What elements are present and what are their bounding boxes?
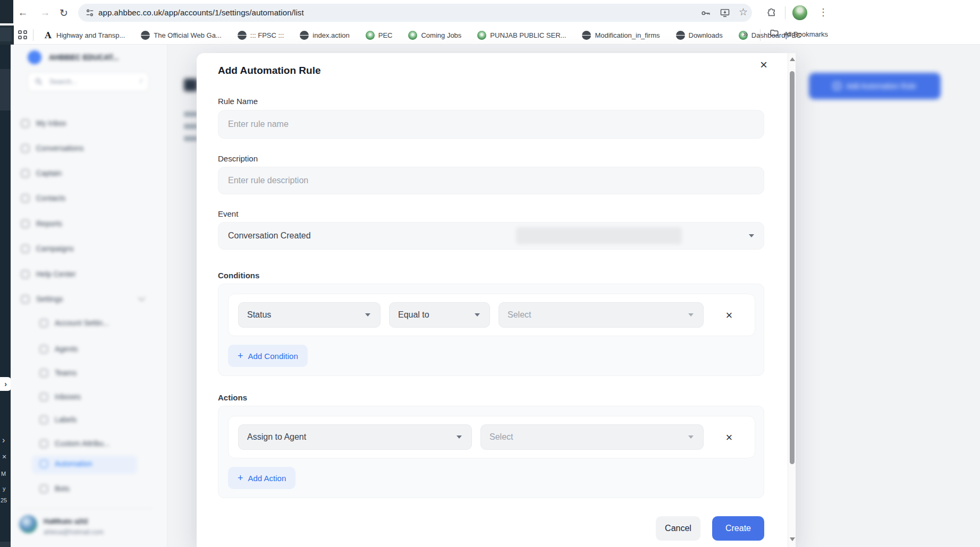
search-input[interactable]: Search... / bbox=[28, 72, 149, 91]
cancel-button[interactable]: Cancel bbox=[656, 516, 700, 541]
conditions-label: Conditions bbox=[218, 271, 259, 280]
agent-icon bbox=[40, 345, 48, 353]
bookmark-item[interactable]: Modification_in_firms bbox=[581, 28, 661, 42]
browser-menu-icon[interactable]: ⋮ bbox=[818, 6, 828, 18]
emblem-favicon bbox=[366, 31, 375, 40]
scroll-down-arrow[interactable] bbox=[790, 537, 795, 541]
sidebar-item-conversations[interactable]: Conversations bbox=[21, 140, 84, 156]
bookmark-item[interactable]: Coming Jobs bbox=[407, 28, 462, 42]
bookmarks-overflow-button[interactable]: » bbox=[743, 29, 748, 39]
scrollbar-thumb[interactable] bbox=[790, 71, 795, 464]
refresh-button[interactable]: ↻ bbox=[57, 6, 71, 20]
add-condition-button[interactable]: + Add Condition bbox=[228, 345, 308, 367]
sidebar-item-automation[interactable]: Automation bbox=[40, 456, 92, 472]
site-info-icon[interactable] bbox=[85, 7, 95, 18]
window-frame-edge bbox=[0, 25, 14, 45]
background-bleed-artifact bbox=[516, 227, 682, 244]
expand-sidebar-button[interactable]: › bbox=[0, 377, 11, 391]
globe-favicon bbox=[676, 31, 685, 40]
condition-operator-select[interactable]: Equal to bbox=[389, 302, 490, 328]
profile-avatar[interactable] bbox=[792, 5, 807, 20]
bookmark-item[interactable]: The Official Web Ga... bbox=[140, 28, 222, 42]
event-select[interactable]: Conversation Created bbox=[218, 222, 764, 250]
sidebar-item-teams[interactable]: Teams bbox=[40, 365, 77, 381]
code-icon bbox=[40, 440, 48, 448]
org-avatar[interactable] bbox=[28, 50, 41, 64]
rule-name-input[interactable] bbox=[218, 110, 764, 138]
robot-icon bbox=[40, 485, 48, 493]
add-action-button[interactable]: + Add Action bbox=[228, 467, 295, 489]
collapsed-dark-sidebar: › › × M y 25 bbox=[0, 45, 11, 547]
org-name[interactable]: AHBBEC EDUCAT... bbox=[49, 53, 119, 62]
address-bar[interactable]: app.ahbbec.co.uk/app/accounts/1/settings… bbox=[78, 4, 752, 22]
sidebar-item-settings[interactable]: Settings bbox=[21, 291, 138, 307]
bookmarks-separator bbox=[33, 29, 33, 41]
sidebar-item-contacts[interactable]: Contacts bbox=[21, 190, 65, 206]
strip-shade bbox=[0, 542, 11, 547]
remove-condition-button[interactable]: × bbox=[722, 308, 737, 323]
actions-panel: Assign to Agent Select × + Add Action bbox=[218, 406, 764, 498]
people-icon bbox=[21, 194, 29, 202]
scroll-up-arrow[interactable] bbox=[790, 57, 795, 61]
modal-scrollbar[interactable] bbox=[788, 53, 796, 547]
apps-grid-icon[interactable] bbox=[18, 30, 28, 40]
sidebar-item-captain[interactable]: Captain bbox=[21, 165, 62, 181]
team-icon bbox=[40, 369, 48, 377]
bookmark-item[interactable]: Downloads bbox=[675, 28, 724, 42]
mail-inbox-icon bbox=[40, 393, 48, 401]
condition-attribute-select[interactable]: Status bbox=[238, 302, 381, 328]
sidebar-item-labels[interactable]: Labels bbox=[40, 412, 77, 428]
close-icon[interactable]: × bbox=[756, 57, 771, 72]
conditions-panel: Status Equal to Select × + Add Condition bbox=[218, 284, 764, 376]
sidebar-item-my-inbox[interactable]: My Inbox bbox=[21, 115, 66, 131]
user-avatar[interactable] bbox=[19, 515, 37, 533]
chevron-right-icon[interactable]: › bbox=[2, 435, 5, 445]
strip-shade bbox=[0, 69, 11, 110]
sidebar-item-bots[interactable]: Bots bbox=[40, 481, 70, 497]
sparkle-icon bbox=[21, 169, 29, 177]
sidebar-item-help-center[interactable]: Help Center bbox=[21, 266, 76, 282]
forward-button[interactable]: → bbox=[38, 6, 52, 20]
sidebar-item-account-settings[interactable]: Account Settin... bbox=[40, 315, 109, 331]
bookmark-item[interactable]: PUNJAB PUBLIC SER... bbox=[476, 28, 567, 42]
action-value-select[interactable]: Select bbox=[480, 424, 704, 450]
bookmark-item[interactable]: ::: FPSC ::: bbox=[236, 28, 285, 42]
add-automation-rule-button[interactable]: Add Automation Rule bbox=[809, 73, 941, 99]
letter-a-favicon bbox=[44, 31, 53, 40]
condition-row: Status Equal to Select × bbox=[228, 294, 755, 336]
sidebar-item-inboxes[interactable]: Inboxes bbox=[40, 389, 81, 405]
globe-favicon bbox=[141, 31, 150, 40]
bookmark-star-icon[interactable]: ☆ bbox=[739, 6, 749, 16]
bookmark-item[interactable]: PEC bbox=[365, 28, 394, 42]
sidebar-item-campaigns[interactable]: Campaigns bbox=[21, 241, 74, 257]
sidebar-item-reports[interactable]: Reports bbox=[21, 216, 62, 232]
sidebar-item-agents[interactable]: Agents bbox=[40, 341, 78, 357]
create-button[interactable]: Create bbox=[712, 516, 764, 541]
user-email: ahtesa@hotmail.com bbox=[44, 528, 104, 536]
action-type-select[interactable]: Assign to Agent bbox=[238, 424, 472, 450]
bookmark-item[interactable]: Highway and Transp... bbox=[43, 28, 126, 42]
password-key-icon[interactable] bbox=[700, 7, 711, 18]
search-placeholder: Search... bbox=[49, 78, 77, 86]
chat-bubble-icon bbox=[21, 144, 29, 152]
plus-icon bbox=[833, 82, 841, 90]
bookmark-item[interactable]: index.action bbox=[299, 28, 350, 42]
chevron-down-icon bbox=[475, 313, 480, 317]
remove-action-button[interactable]: × bbox=[722, 430, 737, 445]
extensions-icon[interactable] bbox=[766, 7, 777, 18]
sidebar-divider bbox=[18, 508, 152, 509]
toolbar-separator bbox=[785, 6, 785, 19]
text-fragment: M bbox=[1, 471, 6, 477]
text-fragment: y bbox=[3, 485, 6, 492]
inbox-icon bbox=[21, 119, 29, 127]
description-field bbox=[218, 167, 764, 194]
sidebar-item-custom-attributes[interactable]: Custom Attribu... bbox=[40, 435, 109, 451]
app-sidebar: AHBBEC EDUCAT... Search... / My Inbox Co… bbox=[11, 45, 167, 547]
close-icon[interactable]: × bbox=[2, 452, 6, 461]
book-icon bbox=[21, 270, 29, 278]
condition-value-select[interactable]: Select bbox=[499, 302, 704, 328]
description-input[interactable] bbox=[218, 167, 764, 194]
all-bookmarks-button[interactable]: All Bookmarks bbox=[770, 28, 828, 40]
install-app-icon[interactable] bbox=[720, 7, 730, 18]
back-button[interactable]: ← bbox=[16, 6, 30, 20]
